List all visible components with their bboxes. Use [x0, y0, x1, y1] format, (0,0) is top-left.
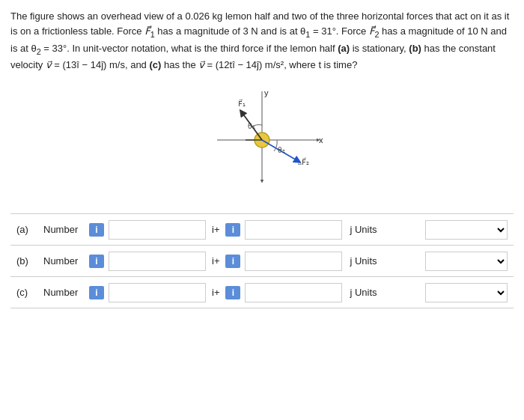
problem-text: The figure shows an overhead view of a 0…	[10, 9, 514, 73]
row-b-info1[interactable]: i	[89, 255, 104, 268]
row-b-input2[interactable]	[245, 252, 342, 271]
row-b-plus: i+	[212, 255, 219, 267]
row-c-info2[interactable]: i	[225, 286, 240, 299]
diagram-area: y x F⃗₁ θ₁ θ₂ ▵F⃗₂	[10, 80, 514, 200]
main-container: The figure shows an overhead view of a 0…	[0, 0, 524, 316]
row-c-input2[interactable]	[245, 283, 342, 302]
row-c-number: Number	[43, 287, 85, 298]
row-a-info2[interactable]: i	[225, 223, 240, 237]
row-c-units-select[interactable]	[425, 283, 508, 302]
answer-row-a: (a) Number i i+ i j Units	[10, 214, 514, 246]
row-c-input1[interactable]	[109, 283, 206, 302]
row-c-label: (c)	[16, 287, 39, 298]
row-a-input2[interactable]	[245, 220, 342, 240]
row-a-plus: i+	[212, 224, 219, 235]
row-a-input1[interactable]	[109, 220, 206, 240]
answer-rows: (a) Number i i+ i j Units (b) Number i i…	[10, 213, 514, 308]
row-a-j-units: j Units	[350, 224, 377, 235]
row-c-j-units: j Units	[350, 287, 377, 298]
theta1-label: θ₁	[248, 122, 255, 130]
y-axis-label: y	[264, 88, 269, 97]
row-a-label: (a)	[16, 224, 39, 235]
row-b-input1[interactable]	[109, 252, 206, 271]
row-b-j-units: j Units	[350, 255, 377, 267]
row-c-info1[interactable]: i	[89, 286, 104, 299]
row-b-number: Number	[43, 255, 85, 267]
diagram-svg: y x F⃗₁ θ₁ θ₂ ▵F⃗₂	[180, 84, 344, 196]
x-axis-label: x	[319, 136, 323, 144]
row-b-label: (b)	[16, 255, 39, 267]
row-b-info2[interactable]: i	[225, 255, 240, 268]
row-b-units-select[interactable]	[425, 252, 508, 271]
row-a-info1[interactable]: i	[89, 223, 104, 237]
answer-row-b: (b) Number i i+ i j Units	[10, 246, 514, 277]
theta2-label: θ₂	[278, 146, 285, 154]
row-a-number: Number	[43, 224, 85, 235]
row-c-plus: i+	[212, 287, 219, 298]
answer-row-c: (c) Number i i+ i j Units	[10, 277, 514, 308]
f2-label: ▵F⃗₂	[298, 157, 309, 166]
f1-label: F⃗₁	[238, 99, 246, 108]
row-a-units-select[interactable]	[425, 220, 508, 240]
